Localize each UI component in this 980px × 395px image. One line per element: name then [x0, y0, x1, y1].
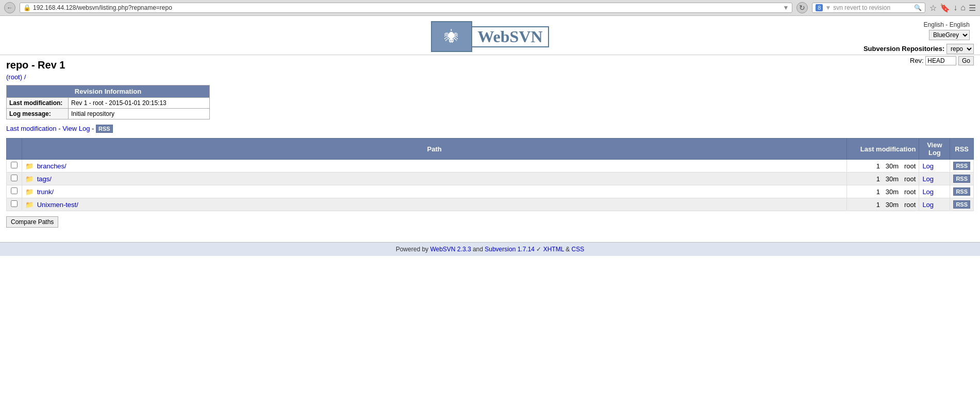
- rss-cell-3: RSS: [950, 198, 974, 211]
- rev-row: Rev: Go: [863, 56, 974, 65]
- folder-icon-1: 📁: [25, 175, 34, 183]
- last-mod-value: Rev 1 - root - 2015-01-01 20:15:13: [69, 98, 210, 109]
- url-text: 192.168.44.128/websvn/listing.php?repnam…: [33, 4, 780, 11]
- log-label: Log message:: [7, 109, 69, 119]
- mod-cell-0: 1 30m root: [847, 160, 919, 173]
- rss-btn-2[interactable]: RSS: [953, 187, 970, 196]
- log-value: Initial repository: [69, 109, 210, 119]
- footer-websvn-link[interactable]: WebSVN 2.3.3: [430, 246, 473, 253]
- table-row: 📁 tags/ 1 30m root Log RSS: [7, 173, 974, 185]
- log-cell-3: Log: [919, 198, 950, 211]
- view-log-link[interactable]: View Log: [62, 125, 92, 132]
- footer: Powered by WebSVN 2.3.3 and Subversion 1…: [0, 242, 980, 256]
- compare-paths-button[interactable]: Compare Paths: [6, 216, 58, 228]
- rss-btn-3[interactable]: RSS: [953, 200, 970, 209]
- rev-input[interactable]: [925, 56, 956, 65]
- spider-icon: 🕷: [444, 28, 459, 45]
- row-checkbox-2[interactable]: [11, 187, 18, 194]
- rss-cell-0: RSS: [950, 160, 974, 173]
- footer-css-link[interactable]: CSS: [572, 246, 585, 253]
- footer-xhtml-link[interactable]: XHTML: [543, 246, 566, 253]
- refresh-button[interactable]: ↻: [796, 2, 808, 13]
- breadcrumb-sep: /: [24, 73, 26, 81]
- log-link-1[interactable]: Log: [922, 175, 934, 183]
- rss-badge[interactable]: RSS: [96, 125, 113, 133]
- dropdown-icon: ▼: [783, 4, 789, 11]
- go-button[interactable]: Go: [958, 56, 974, 65]
- footer-subversion-text: Subversion 1.7.14: [485, 246, 535, 253]
- rss-cell-1: RSS: [950, 173, 974, 185]
- address-bar[interactable]: 🔒 192.168.44.128/websvn/listing.php?repn…: [20, 3, 792, 13]
- path-link-0[interactable]: branches/: [37, 162, 67, 170]
- path-cell-3: 📁 Unixmen-test/: [22, 198, 847, 211]
- path-link-2[interactable]: trunk/: [37, 188, 54, 196]
- logo-text: WebSVN: [472, 26, 549, 47]
- path-link-1[interactable]: tags/: [37, 175, 52, 183]
- log-link-2[interactable]: Log: [922, 188, 934, 196]
- folder-icon-0: 📁: [25, 162, 34, 170]
- main-content: Subversion Repositories: repo Rev: Go re…: [0, 55, 980, 237]
- log-cell-0: Log: [919, 160, 950, 173]
- last-modification-text: Last modification: [6, 125, 57, 132]
- last-modification-link[interactable]: Last modification: [6, 125, 58, 132]
- search-bar[interactable]: 8 ▼ svn revert to revision 🔍: [812, 3, 925, 13]
- footer-check: ✓: [536, 246, 543, 253]
- rss-btn-0[interactable]: RSS: [953, 162, 970, 170]
- bookmark-icon[interactable]: 🔖: [940, 3, 950, 13]
- row-checkbox-1[interactable]: [11, 175, 18, 181]
- links-row: Last modification - View Log - RSS: [6, 125, 974, 133]
- footer-websvn-text: WebSVN 2.3.3: [430, 246, 471, 253]
- path-cell-0: 📁 branches/: [22, 160, 847, 173]
- path-cell-2: 📁 trunk/: [22, 185, 847, 198]
- rss-btn-1[interactable]: RSS: [953, 175, 970, 183]
- logo-spider-box: 🕷: [431, 21, 472, 52]
- browser-chrome: ← 🔒 192.168.44.128/websvn/listing.php?re…: [0, 0, 980, 16]
- col-last-mod: Last modification: [847, 139, 919, 160]
- search-placeholder-text: svn revert to revision: [833, 4, 912, 11]
- table-row: 📁 branches/ 1 30m root Log RSS: [7, 160, 974, 173]
- revision-info-table: Revision Information Last modification: …: [6, 85, 210, 119]
- path-link-3[interactable]: Unixmen-test/: [37, 201, 78, 209]
- row-checkbox-0[interactable]: [11, 162, 18, 168]
- mod-cell-3: 1 30m root: [847, 198, 919, 211]
- footer-amp: &: [566, 246, 571, 253]
- log-link-0[interactable]: Log: [922, 162, 934, 170]
- folder-icon-2: 📁: [25, 188, 34, 196]
- log-cell-2: Log: [919, 185, 950, 198]
- footer-and: and: [473, 246, 485, 253]
- row-checkbox-3[interactable]: [11, 200, 18, 207]
- star-icon[interactable]: ☆: [929, 3, 937, 13]
- download-icon[interactable]: ↓: [953, 3, 957, 12]
- back-button[interactable]: ←: [4, 2, 15, 13]
- search-sep: ▼: [825, 4, 831, 11]
- footer-css-text: CSS: [572, 246, 585, 253]
- menu-icon[interactable]: ☰: [969, 3, 976, 13]
- footer-powered-by: Powered by: [396, 246, 428, 253]
- table-row: 📁 trunk/ 1 30m root Log RSS: [7, 185, 974, 198]
- col-path: Path: [22, 139, 847, 160]
- revision-info-header: Revision Information: [7, 85, 210, 98]
- footer-subversion-link[interactable]: Subversion 1.7.14: [485, 246, 536, 253]
- top-right-controls: English - English BlueGrey: [924, 21, 970, 40]
- footer-xhtml-text: XHTML: [543, 246, 564, 253]
- view-log-text: View Log: [62, 125, 90, 132]
- home-icon[interactable]: ⌂: [960, 3, 966, 12]
- log-link-3[interactable]: Log: [922, 201, 934, 209]
- breadcrumb-root-link[interactable]: (root): [6, 73, 24, 81]
- browser-icons: ☆ 🔖 ↓ ⌂ ☰: [929, 3, 976, 13]
- search-engine-icon: 8: [816, 4, 823, 11]
- lock-icon: 🔒: [23, 4, 31, 11]
- last-mod-label: Last modification:: [7, 98, 69, 109]
- path-cell-1: 📁 tags/: [22, 173, 847, 185]
- link-sep1: -: [58, 125, 62, 132]
- language-selector: English - English: [924, 21, 970, 28]
- mod-cell-2: 1 30m root: [847, 185, 919, 198]
- search-icon: 🔍: [914, 4, 922, 11]
- page-header: 🕷 WebSVN English - English BlueGrey: [0, 16, 980, 55]
- page-title: repo - Rev 1: [6, 59, 974, 71]
- rev-label: Rev:: [910, 57, 924, 64]
- folder-icon-3: 📁: [25, 201, 34, 209]
- theme-select[interactable]: BlueGrey: [929, 30, 970, 40]
- breadcrumb-root-text: (root): [6, 73, 22, 81]
- col-checkbox: [7, 139, 22, 160]
